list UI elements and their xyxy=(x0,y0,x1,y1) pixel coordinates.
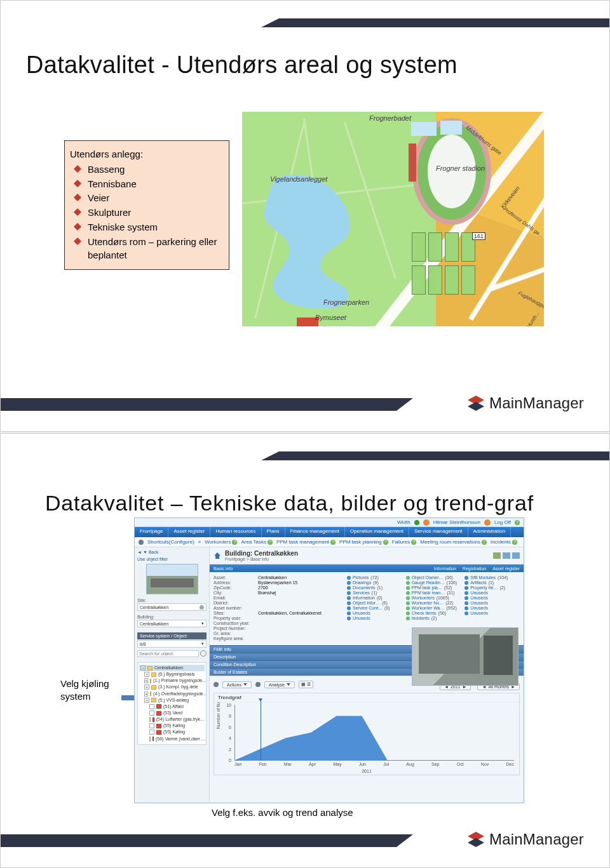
object-filter-link[interactable]: Use object filter xyxy=(137,557,207,561)
username: Hilmar Steinthorsson xyxy=(433,519,480,525)
building-dropdown[interactable]: Centralkøkken▾ xyxy=(137,620,207,627)
quick-link[interactable]: Unuseds xyxy=(347,616,402,620)
tree-item[interactable]: (55) Køling xyxy=(139,729,205,735)
quick-link[interactable]: Workorder No… (22) xyxy=(406,601,461,605)
menu-item[interactable]: Human resources xyxy=(210,527,261,537)
main-menu: FrontpageAsset registerHuman resourcesPl… xyxy=(135,527,524,537)
tree-root[interactable]: −Centralkøkken xyxy=(139,665,205,671)
toolbar-item[interactable]: PPM task planning ? xyxy=(339,539,388,545)
tree-item[interactable]: (51) Affald xyxy=(139,704,205,710)
back-link[interactable]: ◄▼Back xyxy=(137,550,207,554)
link-dot-icon xyxy=(406,601,410,605)
quick-link[interactable]: Object Infor… (6) xyxy=(347,601,402,605)
svg-marker-18 xyxy=(468,838,484,847)
basic-info-row: Address:Bystævneparken 15 xyxy=(214,580,343,585)
tree-item[interactable]: (53) Vand xyxy=(139,710,205,716)
basic-info-row: Construction year: xyxy=(214,621,343,625)
action-icon[interactable] xyxy=(503,552,510,559)
site-dropdown[interactable]: Centralkøkken xyxy=(137,603,207,611)
toolbar-item[interactable]: Incidents ? xyxy=(491,539,517,545)
tree-item[interactable]: (56) Varme (vand,dam … xyxy=(139,736,205,742)
help-icon[interactable]: ? xyxy=(232,540,237,545)
toolbar-item[interactable]: Area Tasks ? xyxy=(241,539,272,545)
menu-item[interactable]: Finance management xyxy=(285,527,345,537)
link-dot-icon xyxy=(347,606,351,610)
tree-item[interactable]: +(5.) VVS-anlæg xyxy=(139,697,205,704)
quick-link[interactable]: Information (0) xyxy=(347,596,402,600)
menu-item[interactable]: Plans xyxy=(262,527,285,537)
action-icon[interactable] xyxy=(493,552,501,559)
link-dot-icon xyxy=(464,606,468,610)
quick-link[interactable]: Artifacts (1) xyxy=(464,580,520,585)
basic-info-row: Sites:Centralkøkken, Centralkøkkenet xyxy=(214,611,343,615)
quick-link[interactable]: Unuseds xyxy=(347,611,402,615)
help-icon[interactable]: ? xyxy=(383,540,388,545)
chart-marker xyxy=(261,701,261,760)
search-icon[interactable] xyxy=(200,650,207,657)
menu-item[interactable]: Operation management xyxy=(345,527,409,537)
menu-item[interactable]: Administration xyxy=(468,527,512,537)
tree-item[interactable]: (55) Køling xyxy=(139,723,205,729)
quick-link[interactable]: Unuseds xyxy=(464,606,520,610)
quick-link[interactable]: PPM task pla… (52) xyxy=(406,585,461,590)
quick-link[interactable]: Documents (1) xyxy=(347,585,402,590)
quick-link[interactable]: SfB Modules (104) xyxy=(464,575,520,580)
svg-marker-0 xyxy=(74,165,81,173)
toolbar-item[interactable]: PPM task management ? xyxy=(276,539,336,545)
menu-item[interactable]: Frontpage xyxy=(135,527,168,537)
gear-icon[interactable] xyxy=(139,540,144,545)
link-dot-icon xyxy=(347,611,351,615)
map-frognerparken: Frognerbadet Vigelandsanlegget Frognerpa… xyxy=(242,112,544,326)
quick-link[interactable]: Check Items (50) xyxy=(406,611,461,615)
mode-toggle[interactable]: ▦ ☰ xyxy=(299,681,313,688)
quick-link[interactable]: Pictures (72) xyxy=(347,575,402,580)
quick-link[interactable]: Unuseds xyxy=(464,611,520,615)
quick-link[interactable]: Unuseds xyxy=(464,601,520,605)
facility-item: Utendørs rom – parkering eller beplantet xyxy=(72,235,224,263)
map-label-vigelandsanlegget: Vigelandsanlegget xyxy=(270,175,327,183)
footer-accent-bar xyxy=(1,398,396,411)
field-label: Asset: xyxy=(214,575,254,580)
help-icon[interactable]: ? xyxy=(515,520,520,525)
tree-item[interactable]: +(1.) Primære bygningsde… xyxy=(139,678,205,684)
gear-icon[interactable] xyxy=(214,682,219,687)
actions-button[interactable]: Actions xyxy=(222,681,252,688)
link-dot-icon xyxy=(464,601,468,605)
quick-link[interactable]: Unuseds xyxy=(464,591,520,595)
help-icon[interactable]: ? xyxy=(268,540,273,545)
quick-link[interactable]: Services (1) xyxy=(347,591,402,595)
analyse-button[interactable]: Analyse xyxy=(264,681,295,688)
gear-icon[interactable] xyxy=(255,682,261,687)
help-icon[interactable]: ? xyxy=(482,540,487,545)
toolbar-item[interactable]: Failures ? xyxy=(392,539,416,545)
action-icon[interactable] xyxy=(512,552,520,559)
quick-link[interactable]: PPM task man… (31) xyxy=(406,591,461,595)
logoff-link[interactable]: Log Off xyxy=(494,519,511,525)
quick-link[interactable]: Workorders (1665) xyxy=(406,596,461,600)
tree-item[interactable]: +(4.) Overfladebygningsde… xyxy=(139,691,205,697)
diamond-bullet-icon xyxy=(74,194,81,201)
quick-link[interactable]: Incidents (2) xyxy=(406,616,461,620)
tree-item[interactable]: (54) Luftarter (gas,tryk… xyxy=(139,716,205,723)
search-input[interactable] xyxy=(137,650,199,657)
quick-link[interactable]: Service Cont… (0) xyxy=(347,606,402,610)
quick-link[interactable]: Unuseds xyxy=(464,596,520,600)
tree-item[interactable]: +(3.) Kompl. byg.dele xyxy=(139,684,205,690)
quick-link[interactable]: Workorder Wa… (952) xyxy=(406,606,461,610)
quick-link[interactable]: Object Owner… (36) xyxy=(406,575,461,580)
help-icon[interactable]: ? xyxy=(330,540,336,545)
help-icon[interactable]: ? xyxy=(512,540,517,545)
callout-select-analysis: Velg f.eks. avvik og trend analyse xyxy=(212,807,353,818)
col-header-registration: Registration xyxy=(463,566,486,571)
link-dot-icon xyxy=(464,591,468,595)
quick-link[interactable]: Property Ite… (2) xyxy=(464,585,520,590)
quick-link[interactable]: Drawings (9) xyxy=(347,580,402,585)
toolbar-item[interactable]: Meeting room reservations ? xyxy=(420,539,487,545)
menu-item[interactable]: Service management xyxy=(409,527,468,537)
service-system-dropdown[interactable]: 8/8▾ xyxy=(137,640,207,648)
tree-item[interactable]: +(0.) Bygningsbasis xyxy=(139,671,205,678)
menu-item[interactable]: Asset register xyxy=(168,527,210,537)
quick-link[interactable]: Gauge Readin… (106) xyxy=(406,580,461,585)
toolbar-item[interactable]: Workorders ? xyxy=(205,539,237,545)
help-icon[interactable]: ? xyxy=(411,540,416,545)
